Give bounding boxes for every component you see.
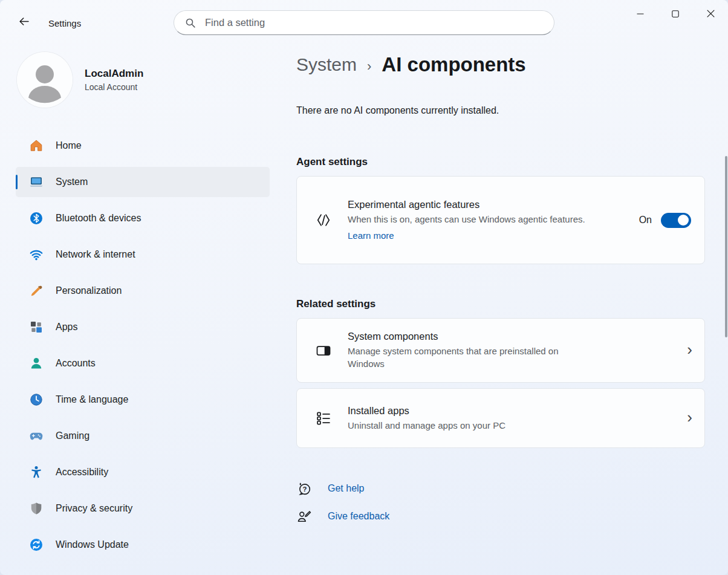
svg-text:?: ? (303, 486, 307, 493)
sidebar-item-label: Apps (56, 322, 77, 333)
main-content: System › AI components There are no AI c… (296, 34, 705, 536)
search-input[interactable] (204, 16, 543, 29)
search-box[interactable] (174, 10, 554, 35)
sidebar: LocalAdmin Local Account Home System (0, 34, 282, 575)
system-components-icon (315, 342, 332, 359)
toggle-area: On (639, 213, 691, 228)
accounts-icon (29, 356, 44, 371)
breadcrumb-parent[interactable]: System (296, 54, 357, 75)
agentic-features-title: Experimental agentic features (348, 199, 629, 210)
home-icon (29, 138, 44, 153)
installed-apps-text: Installed apps Uninstall and manage apps… (348, 405, 678, 432)
get-help-icon: ? (296, 481, 312, 496)
installed-apps-card[interactable]: Installed apps Uninstall and manage apps… (296, 388, 705, 448)
installed-apps-description: Uninstall and manage apps on your PC (348, 420, 593, 432)
apps-icon (29, 320, 44, 334)
sidebar-nav: Home System Bluetooth & devices Network … (0, 131, 282, 560)
windows-update-icon (29, 538, 44, 552)
app-title: Settings (48, 18, 81, 28)
empty-state-message: There are no AI components currently ins… (296, 105, 705, 116)
sidebar-item-gaming[interactable]: Gaming (16, 421, 270, 451)
avatar (17, 52, 73, 108)
sidebar-item-label: Bluetooth & devices (56, 213, 141, 224)
give-feedback-icon (296, 508, 312, 524)
toggle-state-label: On (639, 215, 652, 226)
user-name: LocalAdmin (85, 68, 143, 80)
breadcrumb-chevron-icon: › (367, 56, 371, 74)
network-icon (29, 247, 44, 262)
chevron-right-icon: › (687, 409, 692, 427)
sidebar-item-system[interactable]: System (16, 167, 270, 197)
sidebar-item-home[interactable]: Home (16, 131, 270, 161)
sidebar-item-network-internet[interactable]: Network & internet (16, 239, 270, 270)
sidebar-item-privacy-security[interactable]: Privacy & security (16, 493, 270, 524)
agentic-features-toggle[interactable] (661, 213, 691, 228)
minimize-icon (637, 9, 644, 20)
scrollbar[interactable] (725, 156, 727, 337)
agentic-features-card: Experimental agentic features When this … (296, 176, 705, 264)
sidebar-item-label: Windows Update (56, 539, 129, 550)
maximize-icon (672, 9, 679, 20)
system-components-card[interactable]: System components Manage system componen… (296, 318, 705, 383)
back-arrow-icon (18, 16, 30, 30)
installed-apps-title: Installed apps (348, 405, 678, 417)
sidebar-item-windows-update[interactable]: Windows Update (16, 530, 270, 560)
sidebar-item-accessibility[interactable]: Accessibility (16, 457, 270, 487)
sidebar-item-label: Home (56, 140, 82, 151)
get-help-link[interactable]: Get help (328, 483, 364, 494)
agentic-features-icon (315, 212, 332, 229)
system-components-text: System components Manage system componen… (348, 331, 678, 370)
installed-apps-icon (315, 410, 332, 427)
minimize-button[interactable] (623, 0, 658, 29)
sidebar-item-bluetooth-devices[interactable]: Bluetooth & devices (16, 203, 270, 233)
sidebar-item-time-language[interactable]: Time & language (16, 385, 270, 415)
time-language-icon (29, 392, 44, 407)
sidebar-item-accounts[interactable]: Accounts (16, 348, 270, 378)
sidebar-item-apps[interactable]: Apps (16, 312, 270, 342)
sidebar-item-label: System (56, 177, 88, 187)
user-account-type: Local Account (85, 82, 143, 92)
person-silhouette-icon (17, 99, 73, 108)
agentic-features-text: Experimental agentic features When this … (348, 199, 629, 242)
give-feedback-row[interactable]: Give feedback (296, 508, 705, 524)
sidebar-item-label: Gaming (56, 430, 89, 441)
sidebar-item-label: Accounts (56, 358, 96, 369)
personalization-icon (29, 284, 44, 298)
system-components-description: Manage system components that are preins… (348, 345, 593, 370)
learn-more-link[interactable]: Learn more (348, 230, 394, 241)
sidebar-item-label: Network & internet (56, 249, 135, 260)
search-icon (185, 18, 196, 28)
get-help-row[interactable]: ? Get help (296, 481, 705, 496)
sidebar-item-label: Personalization (56, 285, 122, 296)
maximize-button[interactable] (658, 0, 693, 29)
related-settings-heading: Related settings (296, 298, 705, 310)
page-title: AI components (382, 53, 525, 76)
sidebar-item-personalization[interactable]: Personalization (16, 276, 270, 306)
user-block[interactable]: LocalAdmin Local Account (17, 52, 282, 108)
privacy-security-icon (29, 501, 44, 516)
sidebar-item-label: Accessibility (56, 467, 108, 478)
give-feedback-link[interactable]: Give feedback (328, 511, 389, 522)
footer-links: ? Get help Give feedback (296, 481, 705, 524)
bluetooth-icon (29, 211, 44, 226)
sidebar-item-label: Time & language (56, 394, 128, 405)
gaming-icon (29, 429, 44, 443)
window-controls (623, 0, 728, 29)
toggle-knob (678, 215, 689, 226)
close-icon (707, 9, 715, 20)
back-button[interactable] (13, 12, 34, 33)
chevron-right-icon: › (687, 342, 692, 360)
system-components-title: System components (348, 331, 678, 342)
breadcrumb: System › AI components (296, 53, 705, 76)
sidebar-item-label: Privacy & security (56, 503, 132, 514)
settings-window: Settings (0, 0, 728, 575)
system-icon (29, 175, 44, 189)
agentic-features-description: When this is on, agents can use Windows … (348, 213, 593, 226)
accessibility-icon (29, 465, 44, 479)
titlebar: Settings (0, 0, 728, 34)
agent-settings-heading: Agent settings (296, 156, 705, 168)
close-button[interactable] (693, 0, 728, 29)
user-info: LocalAdmin Local Account (85, 68, 143, 92)
